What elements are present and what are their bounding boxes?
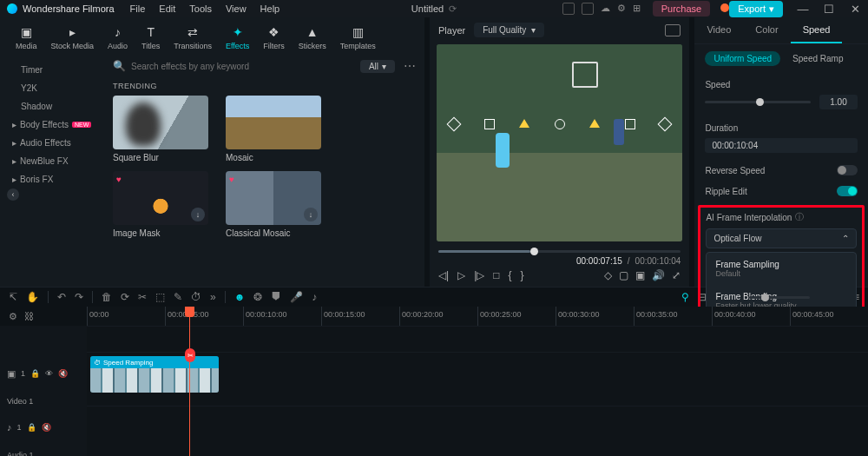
collapse-sidebar-button[interactable]: ‹: [7, 188, 19, 201]
tab-video[interactable]: Video: [694, 17, 743, 43]
brace-right-icon[interactable]: }: [521, 269, 524, 281]
menu-file[interactable]: File: [130, 3, 146, 14]
play-button[interactable]: ▷: [457, 269, 465, 281]
menu-tools[interactable]: Tools: [189, 3, 212, 14]
pointer-tool-icon[interactable]: ↸: [9, 291, 17, 303]
maximize-button[interactable]: ☐: [823, 3, 835, 16]
category-audio-effects[interactable]: ▸Audio Effects: [0, 134, 104, 152]
lock-icon[interactable]: 🔒: [30, 369, 40, 378]
link-tracks-icon[interactable]: ⛓: [24, 311, 34, 321]
uniform-speed-pill[interactable]: Uniform Speed: [705, 51, 780, 66]
marker-circle-icon[interactable]: [555, 119, 565, 129]
reverse-speed-toggle[interactable]: [837, 165, 858, 175]
playhead[interactable]: [189, 307, 190, 456]
marker-diamond-icon[interactable]: [447, 117, 462, 132]
download-icon[interactable]: ↓: [304, 208, 318, 221]
marker-triangle-icon[interactable]: [589, 119, 600, 128]
lock-icon[interactable]: 🔒: [27, 423, 36, 432]
category-timer[interactable]: Timer: [0, 61, 104, 79]
tab-titles[interactable]: TTitles: [136, 23, 165, 52]
refresh-icon[interactable]: ⟳: [121, 291, 129, 303]
mute-icon[interactable]: 🔇: [42, 423, 51, 432]
menu-view[interactable]: View: [226, 3, 247, 14]
marker-icon[interactable]: ◇: [604, 269, 612, 281]
scrub-handle[interactable]: [530, 248, 538, 255]
eye-icon[interactable]: 👁: [45, 369, 53, 378]
category-body-effects[interactable]: ▸Body EffectsNEW: [0, 116, 104, 134]
marker-diamond-icon[interactable]: [658, 117, 673, 132]
duration-value[interactable]: 00:00:10:04: [705, 138, 858, 153]
delete-button[interactable]: 🗑: [102, 291, 112, 303]
quality-selector[interactable]: Full Quality▾: [474, 23, 544, 37]
color-icon[interactable]: ❂: [253, 291, 262, 303]
snapshot-button[interactable]: [665, 24, 681, 36]
menu-edit[interactable]: Edit: [159, 3, 175, 14]
heart-icon[interactable]: ♥: [229, 175, 234, 184]
redo-button[interactable]: ↷: [75, 291, 83, 303]
hand-tool-icon[interactable]: ✋: [26, 291, 39, 303]
option-frame-sampling[interactable]: Frame SamplingDefault: [707, 253, 856, 285]
purchase-button[interactable]: Purchase: [653, 1, 710, 17]
info-icon[interactable]: ⓘ: [795, 211, 804, 223]
cut-marker-icon[interactable]: ✂: [185, 348, 195, 362]
speed-value[interactable]: 1.00: [819, 95, 858, 109]
close-button[interactable]: ✕: [849, 3, 861, 16]
video-clip[interactable]: ⏱Speed Ramping: [90, 356, 219, 393]
next-button[interactable]: |▷: [474, 269, 484, 281]
tab-speed[interactable]: Speed: [791, 17, 843, 43]
crop-button[interactable]: ⬚: [155, 291, 165, 303]
prev-button[interactable]: ◁|: [438, 269, 449, 281]
undo-button[interactable]: ↶: [57, 291, 66, 303]
download-icon[interactable]: ↓: [191, 208, 205, 221]
tab-templates[interactable]: ▥Templates: [335, 23, 381, 52]
preview-scrubber[interactable]: [438, 250, 681, 253]
interpolation-select[interactable]: Optical Flow ⌃: [706, 228, 857, 248]
settings-icon[interactable]: ⚙: [617, 3, 626, 15]
search-input[interactable]: [131, 62, 355, 71]
shield-icon[interactable]: ⛊: [271, 291, 281, 303]
tab-stickers[interactable]: ▲Stickers: [293, 23, 332, 52]
slider-thumb[interactable]: [756, 98, 764, 106]
tab-audio[interactable]: ♪Audio: [102, 23, 133, 52]
save-icon[interactable]: [582, 3, 594, 15]
tab-filters[interactable]: ❖Filters: [258, 23, 290, 52]
cut-button[interactable]: ✂: [138, 291, 147, 303]
category-shadow[interactable]: Shadow: [0, 97, 104, 116]
audio-icon[interactable]: ♪: [312, 291, 317, 303]
sync-icon[interactable]: ⟳: [449, 3, 457, 15]
effect-square-blur[interactable]: Square Blur: [113, 96, 208, 162]
category-newblue-fx[interactable]: ▸NewBlue FX: [0, 152, 104, 170]
time-ruler[interactable]: 00:0000:00:05:0000:00:10:0000:00:15:0000…: [87, 307, 868, 326]
mute-icon[interactable]: 🔇: [58, 369, 68, 378]
timeline-settings-icon[interactable]: ⚙: [9, 311, 17, 322]
camera-icon[interactable]: ▣: [635, 269, 645, 281]
effect-image-mask[interactable]: ♥↓Image Mask: [113, 171, 208, 238]
more-tools-icon[interactable]: »: [210, 291, 216, 303]
tab-stock-media[interactable]: ▸Stock Media: [46, 23, 100, 52]
ripple-edit-toggle[interactable]: [837, 186, 858, 196]
marker-square-icon[interactable]: [484, 119, 495, 129]
menu-help[interactable]: Help: [260, 3, 280, 14]
cloud-icon[interactable]: ☁: [601, 3, 610, 15]
effect-classical-mosaic[interactable]: ♥↓Classical Mosaic: [226, 171, 321, 238]
speed-slider[interactable]: [705, 101, 811, 103]
minimize-button[interactable]: —: [797, 3, 809, 16]
tab-effects[interactable]: ✦Effects: [220, 23, 254, 52]
zoom-slider[interactable]: [749, 296, 810, 299]
tab-media[interactable]: ▣Media: [10, 23, 43, 52]
mic-icon[interactable]: 🎤: [290, 291, 303, 303]
effect-mosaic[interactable]: Mosaic: [226, 96, 321, 162]
filter-dropdown[interactable]: All▾: [360, 60, 395, 73]
tab-color[interactable]: Color: [743, 17, 790, 43]
audio-track-head[interactable]: ♪ 1 🔒 🔇: [0, 406, 87, 449]
video-track-lane[interactable]: ⏱Speed Ramping: [87, 352, 868, 395]
category-y2k[interactable]: Y2K: [0, 79, 104, 97]
text-icon[interactable]: ✎: [174, 291, 182, 303]
marker-triangle-icon[interactable]: [519, 119, 529, 128]
category-boris-fx[interactable]: ▸Boris FX: [0, 170, 104, 188]
stop-button[interactable]: □: [493, 269, 499, 281]
video-track-head[interactable]: ▣ 1 🔒 👁 🔇: [0, 352, 87, 395]
device-icon[interactable]: [562, 3, 575, 15]
preview-viewport[interactable]: [437, 44, 682, 241]
ai-icon[interactable]: ☻: [234, 291, 246, 303]
